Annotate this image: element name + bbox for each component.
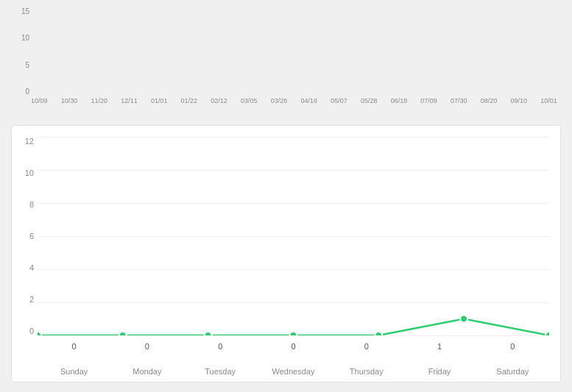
- x-label: 10/01: [540, 97, 557, 104]
- x-label: 07/09: [420, 97, 437, 104]
- x-label: 07/30: [451, 97, 467, 104]
- grid-line: [38, 335, 549, 336]
- day-value: 0: [110, 342, 183, 351]
- x-label: 04/16: [300, 97, 317, 104]
- x-label: 12/11: [121, 97, 138, 104]
- day-label: Sunday: [38, 367, 110, 376]
- x-label: 03/05: [241, 97, 258, 104]
- x-label: 02/12: [211, 97, 227, 104]
- day-label: Wednesday: [257, 367, 330, 376]
- day-label: Monday: [110, 367, 183, 376]
- top-bar-chart: 15 10 5 0 10/0910/3011/2012/1101/0101/22…: [0, 0, 572, 121]
- day-values-row: 0000010: [38, 342, 549, 351]
- top-x-labels: 10/0910/3011/2012/1101/0101/2202/1203/05…: [31, 97, 557, 104]
- dot: [460, 316, 467, 323]
- x-label: 03/26: [271, 97, 288, 104]
- day-value: 0: [184, 342, 257, 351]
- day-value: 0: [38, 342, 110, 351]
- y-label: 8: [19, 200, 34, 209]
- day-label: Saturday: [476, 367, 549, 376]
- line-chart-svg: [38, 137, 549, 335]
- dot: [375, 332, 382, 335]
- day-labels: SundayMondayTuesdayWednesdayThursdayFrid…: [38, 367, 549, 376]
- line-chart-area: [38, 137, 549, 335]
- top-bars-area: [31, 7, 557, 96]
- day-label: Friday: [403, 367, 476, 376]
- day-label: Thursday: [330, 367, 403, 376]
- day-label: Tuesday: [184, 367, 257, 376]
- y-label: 6: [19, 232, 34, 240]
- x-label: 01/22: [181, 97, 198, 104]
- dot: [205, 332, 212, 335]
- day-value: 0: [257, 342, 330, 351]
- bottom-y-axis: 121086420: [19, 137, 34, 335]
- dot: [38, 332, 41, 335]
- x-label: 08/20: [481, 97, 498, 104]
- day-value: 1: [403, 342, 476, 351]
- day-value: 0: [476, 342, 549, 351]
- x-label: 09/10: [511, 97, 528, 104]
- x-label: 01/01: [151, 97, 168, 104]
- dot: [545, 332, 549, 335]
- x-label: 10/09: [31, 97, 48, 104]
- dot: [119, 332, 127, 335]
- x-label: 05/07: [331, 97, 347, 104]
- bottom-line-chart: 121086420 0000010 SundayMondayTuesdayWed…: [11, 125, 561, 382]
- top-y-axis: 15 10 5 0: [15, 7, 29, 96]
- y-label: 12: [19, 137, 34, 146]
- dot: [290, 332, 297, 335]
- y-label: 2: [19, 295, 34, 304]
- x-label: 11/20: [91, 97, 107, 104]
- x-label: 10/30: [61, 97, 78, 104]
- y-label: 0: [19, 327, 34, 335]
- x-label: 05/28: [361, 97, 378, 104]
- day-value: 0: [330, 342, 403, 351]
- y-label: 10: [19, 168, 34, 177]
- y-label: 4: [19, 263, 34, 272]
- x-label: 06/18: [391, 97, 408, 104]
